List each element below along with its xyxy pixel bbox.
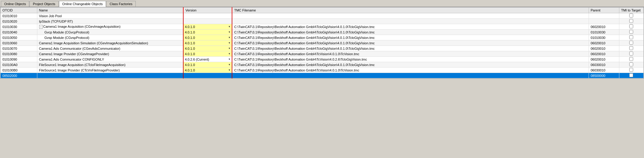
table-row[interactable]: 01010070Camera1 Ads Communicator (CGevAd… — [1, 46, 644, 51]
col-header-version: Version — [183, 8, 232, 13]
cell-otcid: 01010020 — [1, 19, 37, 24]
table-row[interactable]: 01010030−Camera1 Image Acquisition (CGev… — [1, 24, 644, 30]
cell-tmc-filename — [232, 73, 589, 78]
tab-class-factories[interactable]: Class Factories — [106, 1, 136, 7]
tmi-checkbox[interactable] — [629, 73, 633, 77]
tmi-checkbox[interactable] — [629, 57, 633, 61]
cell-name: Camera1 Image Acquisition Simulation (CG… — [37, 40, 183, 46]
cell-parent — [589, 13, 619, 19]
table-row[interactable]: 0850200008500000 — [1, 73, 644, 78]
dropdown-arrow-icon[interactable]: ▼ — [228, 31, 231, 33]
table-row[interactable]: 010100B0FileSource1 Image Provider (CTcV… — [1, 68, 644, 73]
cell-tmi — [619, 46, 643, 51]
cell-otcid: 01010060 — [1, 40, 37, 46]
version-inner: 4.0.1.0▼ — [184, 30, 232, 35]
version-text: 4.0.1.0 — [185, 30, 195, 34]
tmi-checkbox[interactable] — [629, 24, 633, 28]
dropdown-arrow-icon[interactable]: ▼ — [228, 25, 231, 28]
tab-online-changeable-objects[interactable]: Online Changeable Objects — [59, 1, 106, 7]
tmi-checkbox[interactable] — [629, 68, 633, 72]
cell-name: FileSource1 Image Acquisition (CTcloFile… — [37, 62, 183, 68]
cell-tmc-filename — [232, 13, 589, 19]
tab-online-objects[interactable]: Online Objects — [1, 1, 29, 7]
cell-tmc-filename — [232, 19, 589, 24]
cell-version — [183, 19, 232, 24]
dropdown-arrow-icon[interactable]: ▼ — [228, 69, 231, 71]
cell-parent: 08500000 — [589, 73, 619, 78]
version-text: 4.0.1.0 — [185, 47, 195, 50]
cell-tmi — [619, 51, 643, 57]
version-text: 4.0.1.0 — [185, 52, 195, 56]
tmi-checkbox[interactable] — [629, 62, 633, 66]
version-inner: 4.0.1.0▼ — [184, 46, 232, 51]
version-text: 4.0.1.0 — [185, 41, 195, 45]
cell-otcid: 08502000 — [1, 73, 37, 78]
tmi-checkbox[interactable] — [629, 35, 633, 39]
cell-parent: 01010030 — [589, 35, 619, 40]
cell-otcid: 01010050 — [1, 35, 37, 40]
cell-tmc-filename: C:\TwinCAT\3.1\Repository\Beckhoff Autom… — [232, 40, 589, 46]
cell-version: 4.0.1.0▼ — [183, 24, 232, 30]
version-inner: 4.0.1.0▼ — [184, 40, 232, 46]
data-grid: OTCID Name Version TMC Filename Parent T… — [0, 7, 644, 78]
col-header-otcid: OTCID — [1, 8, 37, 13]
table-row[interactable]: 01010090Camera1 Ads Communicator CONFIGO… — [1, 57, 644, 62]
cell-tmi — [619, 35, 643, 40]
cell-version — [183, 73, 232, 78]
cell-version: 4.0.1.0▼ — [183, 30, 232, 35]
table-row[interactable]: 01010050Gvsp Module (CGvspProtocol)4.0.1… — [1, 35, 644, 40]
table-row[interactable]: 010100A0FileSource1 Image Acquisition (C… — [1, 62, 644, 68]
tmi-checkbox[interactable] — [629, 30, 633, 34]
dropdown-arrow-icon[interactable]: ▼ — [228, 42, 231, 44]
col-header-parent: Parent — [589, 8, 619, 13]
cell-otcid: 01010080 — [1, 51, 37, 57]
cell-version: 4.0.2.6 (Current)▼ — [183, 57, 232, 62]
table-row[interactable]: 01010060Camera1 Image Acquisition Simula… — [1, 40, 644, 46]
version-inner: 4.0.1.0▼ — [184, 24, 232, 29]
tmi-checkbox[interactable] — [629, 14, 633, 17]
table-row[interactable]: 01010040Gvcp Module (CGvcpProtocol)4.0.1… — [1, 30, 644, 35]
version-text: 4.0.2.6 (Current) — [185, 58, 209, 61]
cell-parent: 06020010 — [589, 51, 619, 57]
dropdown-arrow-icon[interactable]: ▼ — [228, 58, 231, 61]
cell-tmc-filename: C:\TwinCAT\3.1\Repository\Beckhoff Autom… — [232, 68, 589, 73]
cell-tmc-filename: C:\TwinCAT\3.1\Repository\Beckhoff Autom… — [232, 46, 589, 51]
cell-otcid: 01010070 — [1, 46, 37, 51]
cell-tmi — [619, 30, 643, 35]
col-header-tmi-to-target: TMI to Target — [619, 8, 643, 13]
table-row[interactable]: 01010010Vision Job Pool — [1, 13, 644, 19]
expand-icon[interactable]: − — [39, 25, 43, 29]
tab-project-objects[interactable]: Project Objects — [29, 1, 59, 7]
dropdown-arrow-icon[interactable]: ▼ — [228, 52, 231, 55]
cell-version: 4.0.1.0▼ — [183, 35, 232, 40]
table-row[interactable]: 01010080Camera1 Image Provider (CGevImag… — [1, 51, 644, 57]
tmi-checkbox[interactable] — [629, 19, 633, 23]
dropdown-arrow-icon[interactable]: ▼ — [228, 47, 231, 50]
cell-otcid: 01010030 — [1, 24, 37, 30]
cell-parent: 06020010 — [589, 24, 619, 30]
dropdown-arrow-icon[interactable]: ▼ — [228, 36, 231, 39]
col-header-name: Name — [37, 8, 183, 13]
cell-tmi — [619, 73, 643, 78]
cell-tmi — [619, 24, 643, 30]
table-wrapper: OTCID Name Version TMC Filename Parent T… — [0, 7, 644, 78]
cell-version — [183, 13, 232, 19]
cell-tmc-filename: C:\TwinCAT\3.1\Repository\Beckhoff Autom… — [232, 51, 589, 57]
version-inner: 4.0.1.0▼ — [184, 62, 232, 67]
cell-parent: 06020010 — [589, 57, 619, 62]
tmi-checkbox[interactable] — [629, 52, 633, 55]
tmi-checkbox[interactable] — [629, 41, 633, 45]
cell-parent: 06020010 — [589, 46, 619, 51]
dropdown-arrow-icon[interactable]: ▼ — [228, 63, 231, 66]
cell-otcid: 01010090 — [1, 57, 37, 62]
cell-version: 4.0.1.0▼ — [183, 68, 232, 73]
cell-tmi — [619, 40, 643, 46]
cell-version: 4.0.1.0▼ — [183, 40, 232, 46]
version-inner: 4.0.1.0▼ — [184, 35, 232, 40]
cell-otcid: 010100A0 — [1, 62, 37, 68]
version-inner: 4.0.1.0▼ — [184, 68, 232, 73]
version-text: 4.0.1.0 — [185, 36, 195, 40]
tmi-checkbox[interactable] — [629, 46, 633, 50]
table-row[interactable]: 01010020IpStack (TCP/UDP RT) — [1, 19, 644, 24]
cell-name — [37, 73, 183, 78]
